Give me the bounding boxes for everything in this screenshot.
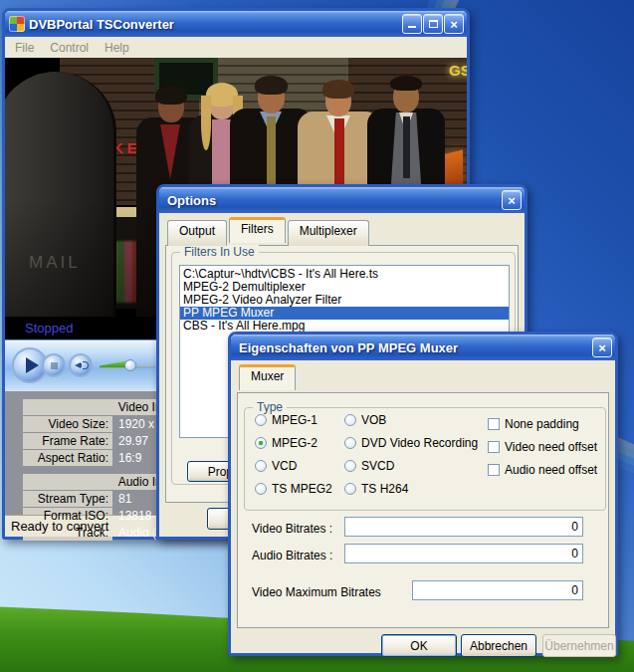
muxer-tab-page: Type MPEG-1 MPEG-2 VCD TS MPEG2 VOB DVD …	[237, 392, 609, 628]
stop-button[interactable]	[42, 353, 66, 377]
video-bitrates-input[interactable]	[344, 517, 583, 537]
muxer-footer: OK Abbrechen Übernehmen	[237, 628, 609, 661]
radio-mpeg2[interactable]: MPEG-2	[255, 436, 317, 450]
radio-mpeg1[interactable]: MPEG-1	[255, 413, 317, 427]
menu-file[interactable]: File	[15, 41, 34, 55]
radio-label: TS H264	[361, 482, 408, 496]
ok-button[interactable]: OK	[381, 634, 457, 657]
radio-icon	[344, 414, 356, 426]
close-icon: ×	[450, 18, 458, 31]
checkbox-icon	[488, 441, 500, 453]
radio-label: VOB	[361, 413, 386, 427]
main-window-title: DVBPortal TSConverter	[25, 17, 401, 32]
checkbox-label: None padding	[505, 417, 579, 431]
radio-label: SVCD	[361, 459, 394, 473]
close-button[interactable]: ×	[444, 14, 464, 34]
options-tab-bar: Output Filters Multiplexer	[165, 219, 519, 245]
muxer-tab-bar: Muxer	[237, 366, 609, 392]
radio-icon	[255, 483, 267, 495]
tab-multiplexer[interactable]: Multiplexer	[288, 220, 369, 246]
main-titlebar[interactable]: DVBPortal TSConverter ×	[5, 11, 467, 37]
radio-ts-h264[interactable]: TS H264	[344, 482, 408, 496]
video-maximum-bitrates-label: Video Maximum Bitrates	[252, 585, 381, 599]
options-titlebar[interactable]: Options ×	[159, 187, 525, 213]
cancel-button[interactable]: Abbrechen	[461, 634, 536, 657]
type-group: Type MPEG-1 MPEG-2 VCD TS MPEG2 VOB DVD …	[244, 407, 606, 511]
minimize-icon	[408, 20, 416, 28]
tab-muxer[interactable]: Muxer	[239, 364, 296, 390]
maximize-button[interactable]	[423, 14, 443, 34]
app-icon	[9, 16, 25, 32]
radio-label: DVD Video Recording	[361, 436, 478, 450]
radio-icon	[344, 437, 356, 449]
checkbox-video-need-offset[interactable]: Video need offset	[488, 440, 597, 454]
group-label: Filters In Use	[180, 245, 259, 259]
muxer-title: Eigenschaften von PP MPEG Muxer	[235, 340, 591, 355]
info-label: Frame Rate:	[23, 433, 112, 449]
play-icon	[26, 357, 39, 373]
tab-filters[interactable]: Filters	[229, 217, 286, 243]
video-maximum-bitrates-input[interactable]	[412, 580, 583, 600]
info-label: Video Size:	[23, 416, 112, 432]
radio-label: TS MPEG2	[272, 482, 332, 496]
radio-icon	[255, 414, 267, 426]
options-close-button[interactable]: ×	[502, 190, 522, 210]
maximize-icon	[429, 20, 438, 28]
group-label: Type	[253, 400, 287, 414]
close-icon: ×	[598, 341, 606, 354]
checkbox-label: Audio need offset	[505, 463, 597, 477]
options-title: Options	[163, 193, 501, 208]
stop-icon	[51, 362, 58, 369]
muxer-properties-dialog: Eigenschaften von PP MPEG Muxer × Muxer …	[228, 332, 618, 656]
speaker-icon	[75, 360, 87, 370]
video-bitrates-label: Video Bitrates :	[252, 522, 332, 536]
radio-icon-selected	[255, 437, 267, 449]
muxer-close-button[interactable]: ×	[592, 337, 612, 357]
radio-label: MPEG-2	[272, 436, 317, 450]
radio-ts-mpeg2[interactable]: TS MPEG2	[255, 482, 332, 496]
menu-bar: File Control Help	[5, 37, 467, 58]
minimize-button[interactable]	[402, 14, 422, 34]
menu-help[interactable]: Help	[105, 41, 129, 55]
info-label: Aspect Ratio:	[23, 450, 112, 466]
checkbox-icon	[488, 418, 500, 430]
apply-button[interactable]: Übernehmen	[542, 634, 616, 657]
radio-vcd[interactable]: VCD	[255, 459, 297, 473]
radio-icon	[344, 460, 356, 472]
radio-label: VCD	[272, 459, 297, 473]
radio-dvd-video-recording[interactable]: DVD Video Recording	[344, 436, 478, 450]
audio-bitrates-input[interactable]	[344, 544, 583, 563]
info-label: Stream Type:	[23, 491, 112, 507]
desktop-wallpaper: DVBPortal TSConverter × File Control Hel…	[0, 0, 634, 672]
radio-svcd[interactable]: SVCD	[344, 459, 394, 473]
checkbox-none-padding[interactable]: None padding	[488, 417, 579, 431]
muxer-titlebar[interactable]: Eigenschaften von PP MPEG Muxer ×	[231, 335, 615, 360]
volume-slider[interactable]	[100, 359, 155, 373]
menu-control[interactable]: Control	[50, 41, 89, 55]
radio-vob[interactable]: VOB	[344, 413, 386, 427]
checkbox-icon	[488, 464, 500, 476]
radio-label: MPEG-1	[272, 413, 317, 427]
checkbox-label: Video need offset	[505, 440, 597, 454]
tab-output[interactable]: Output	[167, 220, 227, 246]
close-icon: ×	[508, 194, 516, 207]
checkbox-audio-need-offset[interactable]: Audio need offset	[488, 463, 597, 477]
slider-thumb[interactable]	[124, 359, 136, 371]
volume-button[interactable]	[69, 353, 93, 377]
radio-icon	[344, 483, 356, 495]
audio-bitrates-label: Audio Bitrates :	[252, 549, 332, 562]
radio-icon	[255, 460, 267, 472]
